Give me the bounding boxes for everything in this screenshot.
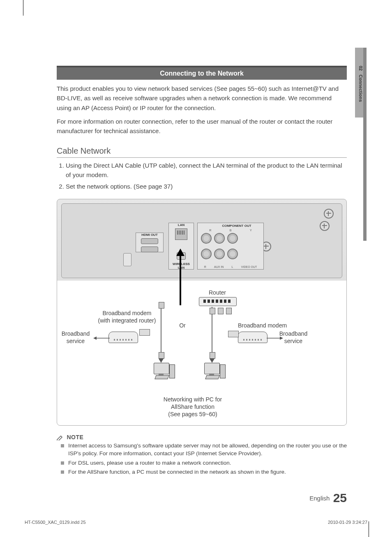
wireless-lan-label: WIRELESS LAN: [169, 262, 194, 270]
cable-line: [212, 307, 212, 359]
rj45-plug-icon: [159, 302, 164, 309]
modem-router-label: Broadband modem (with integrated router): [90, 309, 164, 324]
note-item: Internet access to Samsung's software up…: [68, 442, 347, 458]
note-item: For DSL users, please use a router to ma…: [68, 459, 347, 467]
connection-diagram: HDMI OUT LAN WIRELESS LAN COMPONENT OUT …: [57, 199, 347, 426]
optical-port: [123, 253, 131, 266]
router-label: Router: [201, 289, 234, 296]
chapter-name: Connections: [358, 74, 363, 102]
svg-marker-3: [280, 336, 283, 340]
router-icon: [199, 297, 237, 306]
hdmi-out-label: HDMI OUT: [136, 233, 163, 237]
connector-icon: [228, 331, 239, 337]
modem-icon: [238, 332, 267, 343]
footer-language: English: [309, 495, 330, 502]
rca-jack-icon: [214, 249, 225, 259]
side-tab-shadow: [363, 48, 367, 241]
aux-in-label: AUX IN: [214, 265, 224, 268]
note-block: NOTE Internet access to Samsung's softwa…: [57, 434, 347, 477]
jack-y-label: Y: [250, 229, 252, 232]
intro-text: This product enables you to view network…: [57, 84, 347, 136]
screw-icon: [324, 209, 334, 219]
intro-paragraph-2: For more information on router connectio…: [57, 117, 347, 136]
hdmi-slot-icon: [141, 238, 158, 244]
page-footer: English 25: [309, 491, 347, 505]
banner-title: Connecting to the Network: [160, 70, 244, 77]
modem-router-icon: [108, 332, 138, 343]
page-content: Connecting to the Network This product e…: [57, 66, 347, 478]
device-rear-panel: HDMI OUT LAN WIRELESS LAN COMPONENT OUT …: [61, 203, 342, 278]
step-2: Set the network options. (See page 37): [66, 182, 347, 191]
note-item: For the AllShare function, a PC must be …: [68, 468, 347, 476]
note-pencil-icon: [57, 435, 63, 440]
cable-line: [161, 305, 161, 359]
subheading-cable-network: Cable Network: [57, 146, 347, 158]
note-heading-text: NOTE: [67, 434, 83, 440]
intro-paragraph-1: This product enables you to view network…: [57, 84, 347, 113]
pc-icon: [154, 363, 173, 379]
arrow-down-icon: [159, 359, 164, 363]
rca-jack-icon: [201, 233, 212, 244]
jack-r-label: R: [209, 229, 211, 232]
rca-jack-icon: [227, 249, 238, 259]
connector-icon: [139, 329, 150, 336]
chapter-side-tab: 02 Connections: [355, 48, 363, 118]
svg-marker-1: [93, 336, 97, 340]
broadband-modem-label: Broadband modem: [238, 322, 295, 329]
pc-networking-label: Networking with PC for AllShare function…: [148, 396, 238, 418]
note-list: Internet access to Samsung's software up…: [57, 442, 347, 477]
lan-port-block: LAN WIRELESS LAN: [168, 223, 194, 270]
arrow-left-icon: [93, 336, 110, 341]
component-out-label: COMPONENT OUT: [214, 224, 259, 228]
steps-list: Using the Direct LAN Cable (UTP cable), …: [57, 161, 347, 191]
svg-marker-4: [159, 359, 164, 363]
section-banner: Connecting to the Network: [57, 66, 347, 80]
rca-jack-icon: [214, 233, 225, 244]
rca-jack-icon: [201, 249, 212, 259]
arrow-up-icon: [176, 249, 184, 256]
rj45-plug-icon: [159, 352, 164, 359]
print-file: HT-C5500_XAC_0129.indd 25: [25, 520, 86, 525]
jack-b-label: B: [230, 229, 232, 232]
rj45-plug-icon: [218, 308, 224, 314]
print-footer: HT-C5500_XAC_0129.indd 25 2010-01-29 3:2…: [25, 520, 367, 525]
chapter-number: 02: [358, 66, 363, 71]
hdmi-slot-icon: [141, 247, 158, 252]
jack-r2-label: R: [204, 265, 206, 268]
jack-l-label: L: [232, 265, 233, 268]
step-1: Using the Direct LAN Cable (UTP cable), …: [66, 161, 347, 180]
or-label: Or: [176, 322, 189, 329]
rj45-plug-icon: [210, 352, 215, 359]
broadband-service-left-label: Broadband service: [57, 330, 94, 345]
rca-jack-icon: [227, 233, 238, 244]
video-out-label: VIDEO OUT: [241, 265, 257, 268]
note-heading: NOTE: [57, 434, 347, 440]
cable-line: [180, 256, 181, 305]
rj45-plug-icon: [210, 308, 215, 314]
lan-label: LAN: [169, 223, 194, 227]
lan-jack-icon: [175, 228, 187, 240]
arrow-right-icon: [267, 336, 283, 341]
footer-page-number: 25: [333, 491, 347, 505]
svg-marker-5: [210, 359, 214, 363]
rj45-plug-icon: [226, 308, 232, 314]
print-datetime: 2010-01-29 3:24:27: [328, 520, 367, 525]
arrow-down-icon: [210, 359, 214, 363]
screw-icon: [320, 221, 330, 231]
component-out-block: COMPONENT OUT R B Y R: [197, 223, 264, 270]
hdmi-out-port: HDMI OUT: [136, 233, 164, 252]
pc-icon: [204, 363, 223, 379]
